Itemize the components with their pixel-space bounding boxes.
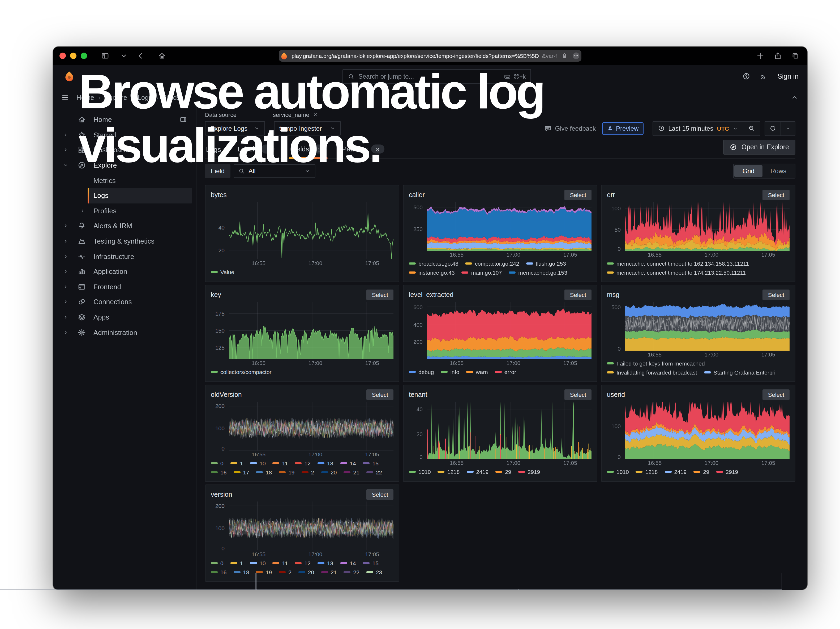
legend-item[interactable]: 2 — [302, 469, 314, 476]
open-in-explore-button[interactable]: Open in Explore — [723, 140, 796, 155]
legend-item[interactable]: 17 — [234, 469, 249, 476]
preview-badge[interactable]: Preview — [602, 122, 643, 135]
chart-canvas[interactable] — [427, 302, 592, 359]
service-name-select[interactable]: tempo-ingester — [274, 121, 341, 136]
chevron-down-icon[interactable] — [120, 52, 128, 60]
legend-item[interactable]: 14 — [340, 559, 356, 566]
tab-patterns[interactable]: Patterns 8 — [341, 144, 385, 158]
breadcrumb-item-fields[interactable]: Fields — [163, 94, 180, 101]
chart-canvas[interactable] — [229, 501, 393, 550]
legend-item[interactable]: 13 — [317, 559, 333, 566]
legend-item[interactable]: memcached.go:153 — [509, 269, 567, 276]
sidebar-item-explore[interactable]: Explore — [62, 158, 192, 173]
home-browser-icon[interactable] — [158, 52, 166, 60]
legend-item[interactable]: 12 — [295, 460, 311, 466]
give-feedback-link[interactable]: Give feedback — [545, 125, 596, 132]
legend-item[interactable]: Failed to get keys from memcached — [607, 360, 705, 367]
sidebar-item-testing-synthetics[interactable]: Testing & synthetics — [62, 234, 192, 249]
help-icon[interactable] — [742, 72, 750, 80]
panel-select-button[interactable]: Select — [366, 289, 393, 300]
chart-canvas[interactable] — [229, 302, 393, 359]
legend-item[interactable]: warn — [466, 368, 488, 375]
panel-select-button[interactable]: Select — [763, 190, 789, 200]
field-search-select[interactable]: All — [234, 164, 316, 178]
legend-item[interactable]: 2419 — [665, 468, 687, 475]
refresh-button[interactable] — [765, 122, 780, 135]
legend-item[interactable]: 29 — [693, 468, 709, 475]
legend-item[interactable]: 16 — [211, 469, 226, 476]
sign-in-link[interactable]: Sign in — [778, 72, 799, 80]
legend-item[interactable]: 13 — [317, 460, 333, 466]
sidebar-item-metrics[interactable]: Metrics — [62, 173, 192, 188]
legend-item[interactable]: 29 — [496, 468, 511, 475]
zoom-out-button[interactable] — [743, 122, 760, 135]
share-icon[interactable] — [774, 52, 782, 60]
chart-canvas[interactable] — [427, 202, 592, 251]
legend-item[interactable]: 2919 — [716, 468, 738, 475]
new-tab-icon[interactable] — [756, 52, 764, 60]
legend-item[interactable]: memcache: connect timeout to 174.213.22.… — [607, 269, 746, 276]
breadcrumb[interactable]: Home›Explore›Logs›Fields — [76, 94, 180, 101]
url-bar[interactable]: play.grafana.org/a/grafana-lokiexplore-a… — [279, 50, 581, 62]
tabs-overview-icon[interactable] — [791, 52, 800, 60]
tab-logs[interactable]: Logs — [205, 145, 222, 158]
legend-item[interactable]: 19 — [279, 469, 294, 476]
legend-item[interactable]: 21 — [344, 469, 360, 476]
legend-item[interactable]: 1010 — [607, 468, 629, 475]
legend-item[interactable]: 11 — [273, 460, 288, 466]
legend-item[interactable]: 1 — [231, 559, 243, 566]
legend-item[interactable]: Starting Grafana Enterpri — [704, 369, 775, 376]
view-toggle-rows[interactable]: Rows — [763, 165, 794, 177]
legend-item[interactable]: 10 — [250, 559, 265, 566]
legend-item[interactable]: memcache: connect timeout to 162.134.158… — [607, 260, 749, 267]
sidebar-item-profiles[interactable]: Profiles — [62, 203, 192, 218]
legend-item[interactable]: collectors/compactor — [211, 368, 272, 375]
sidebar-item-starred[interactable]: Starred — [62, 127, 192, 142]
panel-select-button[interactable]: Select — [565, 389, 592, 400]
grafana-logo[interactable] — [64, 71, 75, 82]
sidebar-item-frontend[interactable]: Frontend — [62, 279, 192, 294]
back-icon[interactable] — [136, 52, 145, 60]
chart-canvas[interactable] — [625, 302, 789, 351]
legend-item[interactable]: 1 — [231, 460, 243, 466]
chart-canvas[interactable] — [229, 202, 393, 259]
chevron-up-icon[interactable] — [791, 93, 799, 101]
legend-item[interactable]: 10 — [250, 460, 265, 466]
zoom-window-button[interactable] — [81, 52, 87, 59]
tab-labels[interactable]: Labels — [236, 144, 275, 158]
legend-item[interactable]: 0 — [211, 460, 224, 466]
legend-item[interactable]: error — [495, 368, 516, 375]
chart-canvas[interactable] — [625, 401, 789, 459]
sidebar-item-infrastructure[interactable]: Infrastructure — [62, 249, 192, 264]
legend-item[interactable]: compactor.go:242 — [466, 260, 519, 267]
tab-fields[interactable]: Fields 1 — [290, 144, 327, 158]
legend-item[interactable]: 1218 — [636, 468, 658, 475]
panel-select-button[interactable]: Select — [763, 389, 789, 400]
sidebar-item-connections[interactable]: Connections — [62, 294, 192, 310]
panel-select-button[interactable]: Select — [366, 389, 393, 400]
legend-item[interactable]: 15 — [363, 460, 379, 466]
panel-select-button[interactable]: Select — [366, 489, 393, 499]
breadcrumb-item-explore[interactable]: Explore — [104, 94, 127, 101]
legend-item[interactable]: 18 — [256, 469, 272, 476]
legend-item[interactable]: Value — [211, 268, 234, 275]
chart-canvas[interactable] — [625, 202, 789, 251]
legend-item[interactable]: 12 — [295, 559, 311, 566]
minimize-window-button[interactable] — [70, 52, 76, 59]
sidebar-item-application[interactable]: Application — [62, 264, 192, 279]
legend-item[interactable]: 2919 — [518, 468, 540, 475]
sidebar-item-logs[interactable]: Logs — [62, 188, 192, 203]
close-icon[interactable] — [313, 112, 318, 117]
legend-item[interactable]: 1010 — [409, 468, 431, 475]
datasource-select[interactable]: Explore Logs — [205, 121, 265, 136]
view-toggle-grid[interactable]: Grid — [734, 165, 763, 177]
sidebar-item-dashboards[interactable]: Dashboards — [62, 142, 192, 158]
chart-canvas[interactable] — [427, 401, 592, 459]
search-input[interactable]: Search or jump to... ⌘+k — [343, 69, 531, 84]
legend-item[interactable]: 1218 — [438, 468, 460, 475]
legend-item[interactable]: broadcast.go:48 — [409, 260, 458, 267]
browser-sidebar-icon[interactable] — [101, 52, 109, 60]
panel-select-button[interactable]: Select — [565, 289, 592, 300]
refresh-interval-button[interactable] — [780, 122, 795, 135]
panel-select-button[interactable]: Select — [763, 289, 789, 300]
